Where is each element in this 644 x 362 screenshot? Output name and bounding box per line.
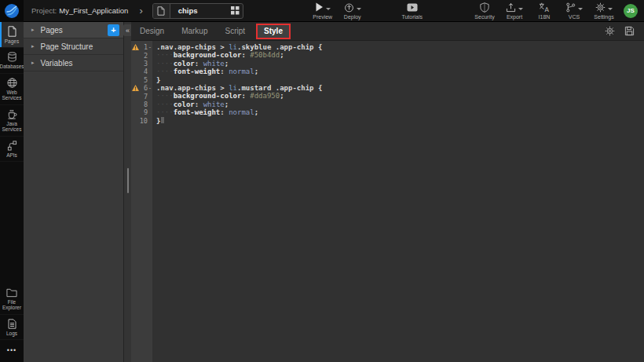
code-line[interactable]: ····background-color: #dda950; [156, 92, 644, 100]
security-button[interactable]: Security [471, 2, 498, 20]
tab-design[interactable]: Design [131, 22, 173, 41]
sidebar-item-logs[interactable]: Logs [0, 315, 24, 340]
breadcrumb-chevron-icon: › [139, 5, 142, 16]
page-grid-icon[interactable] [229, 4, 243, 18]
deploy-caret-icon[interactable] [357, 8, 361, 10]
deploy-button[interactable]: Deploy [339, 2, 366, 20]
preview-caret-icon[interactable] [326, 8, 331, 10]
sidebar-item-pages[interactable]: Pages [0, 22, 24, 48]
user-avatar[interactable]: JS [624, 4, 638, 18]
tab-script[interactable]: Script [217, 22, 254, 41]
page-switcher[interactable]: chips [152, 3, 243, 19]
sidebar-item-apis[interactable]: APIs [0, 137, 24, 162]
code-line[interactable]: .nav.app-chips > li.skyblue .app-chip { [156, 43, 644, 51]
tab-markup[interactable]: Markup [173, 22, 216, 41]
panel-collapse-strip: « [124, 22, 131, 362]
gutter-row: 9 [131, 108, 152, 116]
gear-icon [605, 26, 615, 36]
api-nodes-icon [7, 141, 17, 151]
line-number: 4 [139, 68, 148, 75]
branch-icon [565, 2, 576, 13]
i18n-button[interactable]: A I18N [531, 2, 558, 20]
export-caret-icon[interactable] [518, 8, 523, 10]
line-number: 5 [139, 76, 148, 84]
chevron-right-icon[interactable]: ▸ [31, 43, 35, 49]
vcs-caret-icon[interactable] [578, 8, 583, 10]
main-area: Pages Databases Web Services [0, 22, 644, 362]
line-number: 9 [139, 108, 148, 116]
sidebar-label-java-services: Java Services [1, 121, 23, 133]
panel-section-pages[interactable]: ▸ Pages + [24, 22, 123, 38]
i18n-label: I18N [539, 14, 551, 20]
export-icon [506, 2, 516, 13]
sidebar-item-web-services[interactable]: Web Services [0, 74, 24, 105]
panel-section-pages-label: Pages [41, 26, 63, 35]
sidebar-item-file-explorer[interactable]: File Explorer [0, 284, 24, 315]
code-line[interactable]: ····font-weight: normal; [156, 68, 644, 75]
pages-icon [7, 26, 17, 37]
code-line[interactable]: .nav.app-chips > li.mustard .app-chip { [156, 84, 644, 92]
warning-icon [131, 44, 139, 50]
gutter-row: 10 [131, 117, 152, 125]
folder-icon [6, 288, 17, 298]
project-label: Project: [31, 6, 57, 15]
export-button[interactable]: Export [501, 2, 528, 20]
page-file-icon [153, 4, 170, 18]
log-file-icon [8, 319, 16, 329]
vcs-button[interactable]: VCS [561, 2, 587, 20]
text-cursor [161, 117, 164, 123]
gutter-row: 5 [131, 76, 152, 84]
panel-section-variables-label: Variables [41, 59, 73, 68]
video-icon [407, 3, 418, 12]
editor-gutter: 1-23456-78910 [131, 41, 152, 362]
code-line[interactable]: ····background-color: #50b4dd; [156, 51, 644, 59]
editor-settings-button[interactable] [605, 26, 615, 36]
current-page-name[interactable]: chips [170, 6, 229, 15]
add-page-button[interactable]: + [108, 24, 119, 36]
code-line[interactable]: ····color: white; [156, 101, 644, 108]
code-line[interactable]: } [156, 117, 644, 125]
gutter-row: 1- [131, 43, 152, 51]
wavemaker-logo[interactable] [0, 0, 24, 22]
code-line[interactable]: } [156, 76, 644, 84]
code-line[interactable]: ····color: white; [156, 60, 644, 68]
tutorials-button[interactable]: Tutorials [399, 2, 426, 20]
panel-scrollbar-thumb[interactable] [127, 168, 129, 193]
line-number: 6 [139, 84, 148, 92]
wavemaker-logo-icon [4, 3, 20, 19]
line-number: 3 [139, 60, 148, 68]
code-line[interactable]: ····font-weight: normal; [156, 108, 644, 116]
line-number: 1 [139, 43, 148, 51]
settings-caret-icon[interactable] [608, 8, 613, 10]
left-rail: Pages Databases Web Services [0, 22, 24, 362]
panel-section-variables[interactable]: ▸ Variables [24, 55, 123, 71]
warning-icon [131, 85, 139, 91]
project-name: My_First_Application [59, 6, 128, 15]
sidebar-item-java-services[interactable]: Java Services [0, 105, 24, 137]
css-code-editor[interactable]: 1-23456-78910 .nav.app-chips > li.skyblu… [131, 41, 644, 362]
settings-button[interactable]: Settings [591, 2, 617, 20]
line-number: 2 [139, 52, 148, 60]
chevron-right-icon[interactable]: ▸ [31, 60, 35, 66]
rail-bottom-group: File Explorer Logs ••• [0, 284, 24, 362]
line-number: 7 [139, 93, 148, 101]
code-pane[interactable]: .nav.app-chips > li.skyblue .app-chip {·… [152, 41, 644, 362]
project-breadcrumb: Project:My_First_Application [31, 6, 128, 15]
sidebar-item-databases[interactable]: Databases [0, 48, 24, 73]
pages-panel: ▸ Pages + ▸ Page Structure ▸ Variables [24, 22, 124, 362]
preview-button[interactable]: Preview [309, 2, 336, 20]
tab-style[interactable]: Style [256, 24, 291, 39]
svg-text:A: A [544, 5, 549, 12]
save-button[interactable] [624, 26, 635, 36]
sidebar-label-apis: APIs [6, 152, 17, 158]
shield-icon [480, 2, 489, 13]
line-number: 10 [139, 117, 148, 125]
gutter-row: 6- [131, 84, 152, 92]
export-label: Export [507, 14, 522, 20]
chevron-right-icon[interactable]: ▸ [31, 27, 35, 33]
settings-label: Settings [594, 14, 613, 20]
more-options-icon[interactable]: ••• [0, 340, 24, 362]
panel-section-page-structure[interactable]: ▸ Page Structure [24, 38, 123, 55]
line-number: 8 [139, 101, 148, 108]
gutter-row: 8 [131, 101, 152, 108]
